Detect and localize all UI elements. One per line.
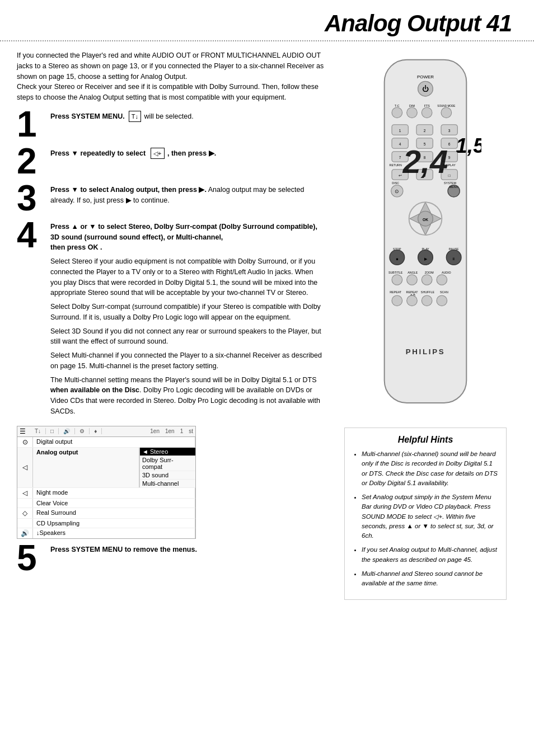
menu-label-analog: Analog output: [33, 448, 139, 487]
right-column: 2,4 POWER ⏻ T-C DIM FTS SOUND MODE: [336, 50, 515, 600]
menu-icon-digital: ⊙: [17, 437, 33, 447]
menu-sub-items: ◄ Stereo Dolby Surr-compat 3D sound Mult…: [139, 448, 195, 487]
svg-text:RETURN: RETURN: [390, 163, 402, 167]
step-1-suffix: will be selected.: [144, 112, 193, 120]
menu-row-surround: ◇ Real Surround: [17, 508, 195, 519]
svg-text:REPEAT: REPEAT: [390, 290, 402, 294]
menu-label-speakers: ↓Speakers: [33, 528, 195, 538]
step-5-text: Press SYSTEM MENU to remove the menus.: [50, 546, 197, 553]
svg-text:4: 4: [399, 142, 401, 146]
hints-box: Helpful Hints Multi-channel (six-channel…: [344, 428, 507, 600]
step-1: 1 Press SYSTEM MENU. T↓ will be selected…: [17, 111, 325, 142]
menu-header-1en-1: 1en: [150, 428, 160, 434]
svg-point-10: [421, 107, 432, 118]
svg-text:SYSTEM: SYSTEM: [444, 181, 456, 185]
menu-header-1: 1: [180, 428, 184, 434]
svg-point-68: [437, 275, 447, 285]
svg-point-65: [392, 275, 402, 285]
svg-text:ZOOM: ZOOM: [425, 271, 434, 274]
svg-point-75: [407, 295, 418, 306]
menu-table-header: ☰ T↓ □ 🔊 ⚙ ♦ 1en 1en 1 st: [17, 426, 195, 437]
svg-text:MENU: MENU: [449, 185, 458, 189]
audio-icon: ◁+: [151, 148, 164, 159]
svg-text:⊙: ⊙: [395, 189, 399, 194]
page-title: Analog Output 41: [325, 10, 512, 37]
menu-table: ☰ T↓ □ 🔊 ⚙ ♦ 1en 1en 1 st ⊙ Digital outp…: [17, 426, 196, 539]
svg-text:1: 1: [399, 129, 401, 133]
svg-point-76: [421, 295, 432, 306]
step-3: 3 Press ▼ to select Analog output, then …: [17, 185, 325, 216]
svg-text:SUBTITLE: SUBTITLE: [388, 271, 403, 274]
menu-icon-surround: ◇: [17, 508, 33, 518]
step-4-para1: Select Stereo if your audio equipment is…: [50, 256, 325, 298]
svg-text:FTS: FTS: [424, 104, 430, 107]
step-4-para3: Select 3D Sound if you did not connect a…: [50, 326, 325, 348]
step-1-title: Press SYSTEM MENU.: [50, 112, 127, 120]
menu-row-cd: CD Upsampling: [17, 519, 195, 528]
svg-text:⏸: ⏸: [452, 257, 456, 261]
step-4-para4: Select Multi-channel if you connected th…: [50, 350, 325, 372]
svg-point-66: [407, 275, 418, 285]
menu-sub-stereo: ◄ Stereo: [140, 448, 195, 456]
menu-label-voice: Clear Voice: [33, 499, 195, 508]
svg-text:T-C: T-C: [395, 104, 400, 107]
step-2-number: 2: [17, 143, 45, 179]
hint-4: Multi-channel and Stereo sound cannot be…: [362, 569, 498, 589]
svg-text:DISC: DISC: [392, 181, 399, 185]
step-4-number: 4: [17, 217, 45, 253]
hints-list: Multi-channel (six-channel) sound will b…: [353, 449, 498, 588]
svg-point-11: [441, 107, 452, 118]
step-5-content: Press SYSTEM MENU to remove the menus.: [50, 544, 325, 555]
svg-text:POWER: POWER: [417, 74, 434, 79]
menu-col-3: 🔊: [59, 428, 75, 434]
step-4: 4 Press ▲ or ▼ to select Stereo, Dolby S…: [17, 222, 325, 420]
step-4-content: Press ▲ or ▼ to select Stereo, Dolby Sur…: [50, 222, 325, 420]
menu-icon-cd: [17, 519, 33, 528]
main-content: If you connected the Player's red and wh…: [0, 41, 534, 600]
overlay-numbers: 2,4: [403, 143, 448, 180]
menu-header-1en-2: 1en: [165, 428, 175, 434]
svg-text:9: 9: [448, 156, 451, 159]
step-3-content: Press ▼ to select Analog output, then pr…: [50, 185, 325, 206]
menu-sub-dolby: Dolby Surr-compat: [140, 456, 195, 471]
menu-label-night: Night mode: [33, 488, 195, 498]
svg-text:□: □: [448, 173, 451, 177]
step-2-content: Press ▼ repeatedly to select ◁+ , then p…: [50, 148, 325, 159]
intro-text: If you connected the Player's red and wh…: [17, 50, 325, 103]
hints-title: Helpful Hints: [353, 435, 498, 445]
menu-sub-3d: 3D sound: [140, 471, 195, 480]
svg-text:■: ■: [396, 257, 398, 261]
menu-sub-multi: Multi-channel: [140, 480, 195, 487]
svg-text:DIM: DIM: [409, 104, 415, 107]
svg-point-77: [437, 295, 447, 306]
svg-text:SHUFFLE: SHUFFLE: [421, 290, 435, 294]
step-4-para2: Select Dolby Surr-compat (surround compa…: [50, 302, 325, 323]
svg-point-74: [392, 295, 402, 306]
step-2-suffix: , then press ▶.: [167, 149, 216, 157]
step-3-title: Press ▼ to select Analog output, then pr…: [50, 186, 207, 194]
step-4-title: Press ▲ or ▼ to select Stereo, Dolby Sur…: [50, 222, 325, 253]
svg-point-8: [392, 107, 402, 118]
menu-col-1: T↓: [30, 428, 46, 434]
remote-svg: POWER ⏻ T-C DIM FTS SOUND MODE 1 2 3: [369, 56, 481, 414]
menu-header-icon: ☰: [20, 428, 26, 435]
svg-text:ANGLE: ANGLE: [407, 271, 418, 274]
svg-point-67: [421, 275, 432, 285]
svg-text:2: 2: [424, 129, 426, 133]
system-menu-icon: T↓: [129, 111, 141, 123]
svg-text:↩: ↩: [399, 173, 402, 177]
menu-icon-voice: [17, 499, 33, 508]
menu-header-st: st: [189, 428, 193, 434]
menu-icon-night: ◁: [17, 488, 33, 498]
svg-text:1,5: 1,5: [456, 134, 481, 157]
step-5: 5 Press SYSTEM MENU to remove the menus.: [17, 544, 325, 576]
menu-row-analog: ◁ Analog output ◄ Stereo Dolby Surr-comp…: [17, 448, 195, 488]
step-4-para5: The Multi-channel setting means the Play…: [50, 375, 325, 417]
step-3-number: 3: [17, 180, 45, 216]
menu-col-2: □: [46, 428, 59, 434]
menu-icon-analog: ◁: [17, 448, 33, 487]
step-2: 2 Press ▼ repeatedly to select ◁+ , then…: [17, 148, 325, 179]
hint-1: Multi-channel (six-channel) sound will b…: [362, 449, 498, 488]
menu-row-speakers: 🔊 ↓Speakers: [17, 528, 195, 538]
step-1-content: Press SYSTEM MENU. T↓ will be selected.: [50, 111, 325, 123]
